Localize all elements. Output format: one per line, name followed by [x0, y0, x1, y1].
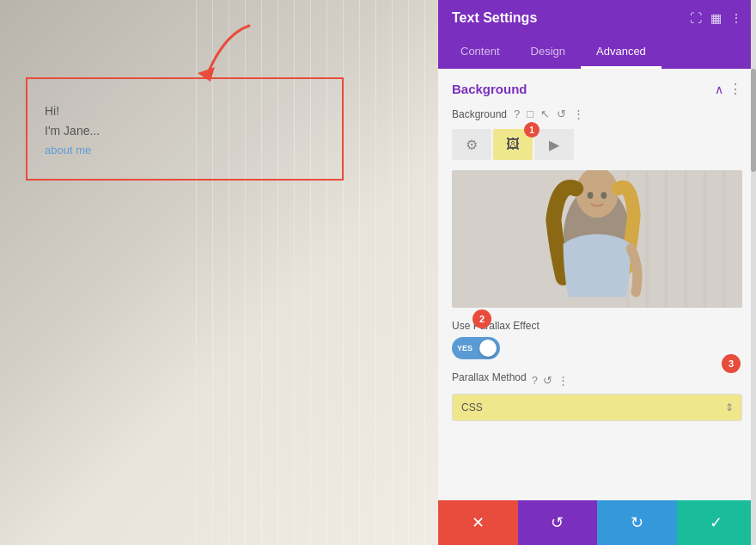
- parallax-reset-icon[interactable]: ↺: [543, 374, 552, 387]
- tabs-bar: Content Design Advanced: [438, 36, 756, 69]
- right-panel: Text Settings ⛶ ▦ ⋮ Content Design Advan…: [438, 0, 756, 545]
- help-icon[interactable]: ?: [514, 107, 520, 120]
- badge-1: 1: [524, 122, 540, 138]
- bg-color-btn[interactable]: ⚙: [452, 129, 491, 160]
- svg-point-11: [588, 192, 594, 199]
- layout-icon[interactable]: ▦: [710, 11, 722, 25]
- save-button[interactable]: ✓: [677, 500, 757, 545]
- reset-icon[interactable]: ↺: [557, 107, 566, 120]
- parallax-help-icon[interactable]: ?: [532, 374, 538, 387]
- action-bar: ✕ ↺ ↻ ✓: [438, 500, 756, 545]
- image-preview[interactable]: [452, 170, 742, 308]
- more-icon[interactable]: ⋮: [730, 11, 742, 25]
- bg-video-btn[interactable]: ▶: [534, 129, 574, 160]
- parallax-method-select-wrapper: CSS True Parallax True Parallax Above ⇕: [452, 394, 742, 421]
- color-icon: ⚙: [466, 137, 478, 153]
- parallax-toggle[interactable]: YES: [452, 337, 500, 359]
- svg-rect-8: [722, 170, 725, 308]
- badge-3: 3: [722, 354, 741, 373]
- options-icon[interactable]: ⋮: [573, 107, 584, 120]
- parallax-toggle-wrapper: YES: [452, 337, 500, 359]
- section-more-icon[interactable]: ⋮: [729, 81, 742, 97]
- tab-content[interactable]: Content: [445, 36, 515, 69]
- canvas-area: Hi! I'm Jane... about me: [0, 0, 438, 545]
- image-icon: 🖼: [506, 137, 520, 152]
- section-title: Background: [452, 82, 527, 96]
- about-me-link[interactable]: about me: [45, 144, 325, 156]
- svg-rect-6: [684, 170, 686, 308]
- text-module-box: Hi! I'm Jane... about me: [26, 77, 344, 181]
- parallax-method-row: Parallax Method ? ↺ ⋮ CSS True Parallax …: [452, 371, 742, 421]
- background-section: Background ∧ ⋮ Background ? □ ↖ ↺ ⋮ ⚙: [438, 69, 756, 445]
- section-header: Background ∧ ⋮: [452, 81, 742, 97]
- text-jane: I'm Jane...: [45, 121, 325, 140]
- toggle-yes-label: YES: [457, 344, 472, 352]
- background-label-row: Background ? □ ↖ ↺ ⋮: [452, 107, 742, 120]
- section-header-right: ∧ ⋮: [715, 81, 742, 97]
- panel-header-icons: ⛶ ▦ ⋮: [690, 11, 742, 25]
- panel-title: Text Settings: [452, 10, 537, 26]
- bg-image-btn[interactable]: 🖼 1: [493, 129, 533, 160]
- redo-button[interactable]: ↻: [597, 500, 677, 545]
- parallax-more-icon[interactable]: ⋮: [558, 374, 569, 387]
- parallax-method-label-row: Parallax Method ? ↺ ⋮: [452, 371, 742, 389]
- panel-content: Background ∧ ⋮ Background ? □ ↖ ↺ ⋮ ⚙: [438, 69, 756, 500]
- arrow-annotation: [172, 17, 275, 86]
- collapse-icon[interactable]: ∧: [715, 83, 723, 96]
- tab-advanced[interactable]: Advanced: [581, 36, 662, 69]
- parallax-effect-row: Use Parallax Effect YES 2: [452, 320, 742, 359]
- cursor-icon[interactable]: ↖: [540, 107, 550, 120]
- video-icon: ▶: [549, 137, 559, 153]
- parallax-method-select[interactable]: CSS True Parallax True Parallax Above: [452, 394, 742, 421]
- text-hi: Hi!: [45, 101, 325, 120]
- parallax-method-label: Parallax Method: [452, 371, 527, 383]
- fullscreen-icon[interactable]: ⛶: [690, 11, 702, 25]
- cancel-button[interactable]: ✕: [438, 500, 518, 545]
- device-icon[interactable]: □: [527, 107, 533, 120]
- panel-header: Text Settings ⛶ ▦ ⋮: [438, 0, 756, 36]
- bg-type-selector: ⚙ 🖼 1 ▶: [452, 129, 742, 160]
- tab-design[interactable]: Design: [515, 36, 581, 69]
- scrollbar-thumb: [751, 69, 756, 172]
- scrollbar[interactable]: [751, 0, 756, 545]
- badge-2: 2: [472, 309, 491, 328]
- svg-rect-4: [645, 170, 648, 308]
- svg-rect-5: [665, 170, 668, 308]
- svg-point-12: [601, 192, 607, 199]
- toggle-knob: [479, 340, 497, 357]
- parallax-label: Use Parallax Effect: [452, 320, 742, 332]
- background-label: Background: [452, 108, 507, 120]
- undo-button[interactable]: ↺: [518, 500, 598, 545]
- svg-rect-7: [704, 170, 706, 308]
